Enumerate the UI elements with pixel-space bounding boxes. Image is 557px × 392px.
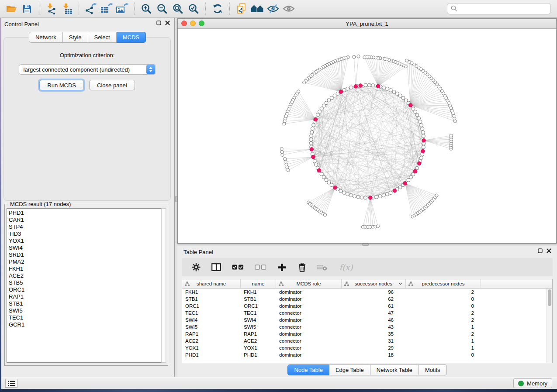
mcds-node[interactable]	[421, 149, 425, 153]
network-node[interactable]	[280, 150, 284, 153]
network-node[interactable]	[371, 84, 375, 87]
mcds-node[interactable]	[310, 148, 314, 151]
mcds-result-item[interactable]: STP4	[9, 224, 161, 230]
mcds-result-item[interactable]: RAP1	[9, 293, 161, 300]
mcds-result-item[interactable]: ACE2	[9, 272, 161, 279]
export-table-button[interactable]	[99, 2, 114, 16]
select-all-button[interactable]	[231, 261, 245, 273]
network-node[interactable]	[422, 145, 425, 149]
tab-motifs[interactable]: Motifs	[419, 364, 447, 375]
network-node[interactable]	[309, 138, 313, 141]
mcds-result-item[interactable]: CAR1	[9, 217, 161, 224]
network-node[interactable]	[330, 183, 333, 187]
network-node[interactable]	[303, 81, 306, 84]
table-scrollbar[interactable]	[547, 289, 552, 363]
network-node[interactable]	[364, 83, 367, 87]
network-node[interactable]	[287, 168, 290, 172]
mcds-node[interactable]	[354, 85, 358, 89]
network-node[interactable]	[409, 175, 413, 179]
clone-network-button[interactable]	[234, 2, 249, 16]
delete-table-button[interactable]	[316, 261, 328, 273]
close-panel-icon[interactable]	[165, 21, 170, 25]
criterion-select[interactable]: largest connected component (undirected)	[19, 64, 156, 75]
network-node[interactable]	[414, 110, 417, 113]
network-node[interactable]	[322, 175, 325, 179]
mcds-result-item[interactable]: YOX1	[9, 237, 161, 244]
mcds-result-item[interactable]: SWI5	[9, 307, 161, 314]
network-node[interactable]	[309, 141, 313, 145]
memory-button[interactable]: Memory	[513, 378, 552, 388]
table-row[interactable]: STB1STB1dominator620	[182, 296, 552, 303]
tab-network-table[interactable]: Network Table	[370, 364, 419, 375]
network-node[interactable]	[398, 186, 402, 189]
show-all-button[interactable]	[281, 2, 297, 16]
column-chooser-button[interactable]	[211, 261, 222, 273]
table-row[interactable]: ACE2ACE2connector311	[182, 337, 552, 344]
run-mcds-button[interactable]: Run MCDS	[39, 80, 84, 90]
network-node[interactable]	[312, 123, 315, 127]
network-node[interactable]	[375, 195, 378, 199]
network-node[interactable]	[412, 107, 415, 110]
mcds-node[interactable]	[311, 155, 315, 159]
column-header-shared-name[interactable]: shared name	[182, 279, 241, 288]
tab-node-table[interactable]: Node Table	[287, 364, 329, 375]
network-node[interactable]	[398, 94, 402, 97]
table-settings-button[interactable]	[190, 261, 202, 273]
mcds-result-item[interactable]: SWI4	[9, 244, 161, 251]
vertical-splitter-handle[interactable]	[175, 196, 177, 202]
export-image-button[interactable]	[114, 2, 130, 16]
network-node[interactable]	[356, 195, 360, 199]
save-session-button[interactable]	[19, 2, 35, 16]
network-node[interactable]	[353, 195, 356, 198]
network-node[interactable]	[313, 159, 316, 163]
table-row[interactable]: ORC1ORC1dominator610	[182, 303, 552, 309]
network-node[interactable]	[353, 55, 356, 58]
network-node[interactable]	[405, 59, 408, 62]
network-node[interactable]	[421, 127, 424, 131]
network-node[interactable]	[367, 83, 371, 87]
mcds-node[interactable]	[314, 117, 318, 121]
mcds-node[interactable]	[333, 186, 337, 189]
table-row[interactable]: TEC1TEC1connector472	[182, 309, 552, 316]
table-row[interactable]: SWI5SWI5connector431	[182, 323, 552, 330]
import-table-button[interactable]	[59, 2, 75, 16]
network-node[interactable]	[310, 134, 313, 138]
network-node[interactable]	[322, 104, 325, 107]
export-network-button[interactable]	[83, 2, 99, 16]
hide-selected-button[interactable]	[265, 2, 281, 16]
zoom-selected-button[interactable]	[186, 2, 201, 16]
mcds-node[interactable]	[422, 138, 426, 142]
network-node[interactable]	[284, 158, 287, 161]
network-graph[interactable]	[178, 29, 556, 243]
network-node[interactable]	[415, 166, 419, 170]
zoom-out-button[interactable]	[154, 2, 170, 16]
network-node[interactable]	[435, 194, 438, 197]
first-neighbors-button[interactable]	[249, 2, 265, 16]
column-header-predecessor-nodes[interactable]: predecessor nodes	[406, 279, 481, 288]
function-builder-button[interactable]: f(x)	[336, 261, 356, 273]
network-node[interactable]	[389, 191, 392, 195]
column-header-name[interactable]: name	[241, 279, 276, 288]
network-node[interactable]	[333, 94, 336, 97]
mcds-result-item[interactable]: SRD1	[9, 251, 161, 258]
delete-column-button[interactable]	[296, 261, 308, 273]
network-node[interactable]	[346, 193, 349, 196]
network-node[interactable]	[376, 225, 379, 228]
network-node[interactable]	[421, 131, 425, 134]
network-node[interactable]	[395, 92, 399, 96]
network-node[interactable]	[382, 194, 385, 197]
close-panel-icon[interactable]	[547, 248, 551, 253]
mcds-node[interactable]	[317, 168, 321, 172]
mcds-result-item[interactable]: PHD1	[9, 210, 161, 217]
mcds-node[interactable]	[369, 196, 373, 200]
network-node[interactable]	[310, 131, 314, 134]
network-node[interactable]	[343, 191, 346, 194]
network-window-titlebar[interactable]: YPA_prune.txt_1	[178, 19, 556, 29]
deselect-all-button[interactable]	[253, 261, 267, 273]
network-node[interactable]	[378, 195, 382, 198]
network-node[interactable]	[363, 56, 366, 59]
mcds-node[interactable]	[393, 189, 397, 193]
float-panel-icon[interactable]	[538, 248, 543, 253]
network-node[interactable]	[389, 89, 392, 92]
mcds-result-item[interactable]: STB5	[9, 279, 161, 286]
